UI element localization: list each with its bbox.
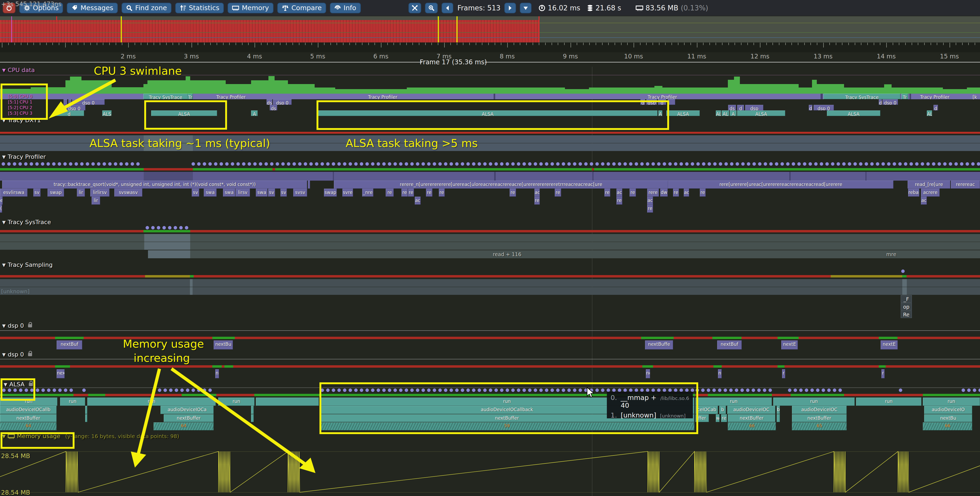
cpu3-thread-zone[interactable]: ALSA bbox=[827, 111, 880, 116]
alsa-run-row[interactable]: runrunrunrunrunrunrunrunrun bbox=[0, 398, 980, 406]
alsa-callback-zone[interactable] bbox=[251, 406, 254, 414]
cpu1-thread-zone[interactable]: ds bbox=[267, 99, 272, 105]
profiler-zone[interactable]: svswasv bbox=[114, 189, 142, 196]
profiler-zone[interactable]: lirsv bbox=[235, 189, 250, 196]
cpu0-lane[interactable]: Tracy SysTraceTrTracy SysTraceTrTracy Pr… bbox=[0, 93, 980, 99]
profiler-zone[interactable]: sv bbox=[280, 189, 287, 196]
profiler-zone-row[interactable]: esvlirswasvswaplirlirlirsvsvswasvsvswasw… bbox=[0, 189, 980, 196]
cpu2-thread-zone[interactable]: ds bbox=[270, 105, 277, 111]
profiler-zone[interactable]: re bbox=[408, 189, 414, 196]
alsa-nextbuffer-row[interactable]: nextBuffernextBuffernextBufferfferwrenex… bbox=[0, 414, 980, 422]
cpu3-thread-zone[interactable]: ALSA bbox=[737, 111, 785, 116]
dsp-zone[interactable]: nextBu bbox=[214, 341, 233, 350]
profiler-zone-row[interactable]: (re bbox=[0, 204, 980, 212]
cpu1-lane[interactable]: dsp 0dsdsp 0ddspdddsp 0 bbox=[0, 99, 980, 105]
cpu1-thread-zone[interactable]: dsp 0 bbox=[273, 99, 292, 105]
alsa-callback-zone[interactable]: audioDeviceIOC bbox=[727, 406, 775, 414]
alsa-leaf-zone[interactable]: 64 bbox=[0, 422, 57, 430]
cpu0-thread-zone[interactable]: Tr bbox=[188, 93, 193, 99]
sampling-row[interactable] bbox=[0, 287, 980, 295]
alsa-nextbuffer-zone[interactable]: nextBuffer bbox=[792, 414, 847, 422]
dsp-zone[interactable]: n bbox=[718, 369, 722, 378]
alsa-nextbuffer-zone[interactable] bbox=[251, 414, 254, 422]
dsp0-b-zone-row[interactable]: nexnnenrr bbox=[0, 369, 980, 378]
profiler-zone[interactable]: tracy::backtrace_qsort(void*, unsigned i… bbox=[2, 181, 307, 189]
cpu1-thread-zone[interactable] bbox=[668, 99, 675, 105]
cpu2-lane[interactable]: dsp 0dsdsddspddsp 0d bbox=[0, 105, 980, 111]
alsa-run-zone[interactable]: run bbox=[0, 398, 57, 406]
cpu3-thread-zone[interactable]: A bbox=[730, 111, 737, 116]
cpu1-thread-zone[interactable]: dsp 0 bbox=[883, 99, 898, 105]
profiler-zone[interactable]: re bbox=[426, 189, 433, 196]
alsa-nextbuffer-zone[interactable] bbox=[777, 414, 780, 422]
dsp-zone[interactable]: nextE bbox=[781, 341, 798, 350]
alsa-callback-zone[interactable]: audioDeviceIOCallb bbox=[0, 406, 57, 414]
profiler-zone[interactable]: ac bbox=[684, 189, 689, 196]
profiler-zone[interactable]: ( bbox=[0, 204, 2, 212]
sampling-stub-zone[interactable]: _F bbox=[900, 295, 912, 303]
profiler-zone[interactable]: rere[urerere[ureac[urererereacrereacreac… bbox=[668, 181, 894, 189]
profiler-zone-row[interactable]: tracy::backtrace_qsort(void*, unsigned i… bbox=[0, 181, 980, 189]
cpu3-thread-zone[interactable]: AL bbox=[722, 111, 729, 116]
profiler-zone[interactable]: re bbox=[439, 189, 445, 196]
alsa-nextbuffer-zone[interactable]: nextBuffer bbox=[728, 414, 775, 422]
alsa-run-zone[interactable]: run bbox=[923, 398, 980, 406]
profiler-zone-row[interactable]: eliracrereacac bbox=[0, 196, 980, 204]
profiler-zone[interactable]: dw bbox=[660, 189, 668, 196]
profiler-zone[interactable]: acrere bbox=[921, 189, 940, 196]
section-header-tracy-systrace[interactable]: ▼ Tracy SysTrace bbox=[2, 219, 51, 225]
cpu3-thread-zone[interactable]: ALSA bbox=[151, 111, 217, 116]
section-header-tracy-dxt1[interactable]: ▼ Tracy DXT1 bbox=[2, 117, 41, 124]
statistics-button[interactable]: Statistics bbox=[175, 3, 224, 13]
profiler-zone[interactable]: swa bbox=[256, 189, 268, 196]
cpu3-thread-zone[interactable]: A bbox=[659, 111, 662, 116]
profiler-zone[interactable]: swa bbox=[204, 189, 216, 196]
systrace-sample-row[interactable] bbox=[0, 234, 980, 242]
dsp-zone[interactable]: r bbox=[881, 369, 885, 378]
alsa-callback-zone[interactable] bbox=[85, 406, 88, 414]
compare-button[interactable]: Compare bbox=[277, 3, 326, 13]
profiler-zone[interactable]: re bbox=[535, 196, 540, 204]
cpu3-thread-zone[interactable]: ALSA bbox=[318, 111, 658, 116]
cpu0-thread-zone[interactable]: Tr bbox=[902, 93, 908, 99]
profiler-zone[interactable]: sv bbox=[192, 189, 199, 196]
cpu2-thread-zone[interactable]: dsp 0 bbox=[63, 105, 86, 111]
profiler-zone[interactable]: ac bbox=[647, 196, 653, 204]
dsp-zone[interactable]: nextBuf bbox=[57, 341, 82, 350]
cpu2-thread-zone[interactable]: dsp bbox=[745, 105, 764, 111]
dsp-zone[interactable]: nextE bbox=[881, 341, 898, 350]
profiler-zone[interactable]: re bbox=[510, 189, 516, 196]
profiler-zone[interactable]: re bbox=[700, 189, 706, 196]
profiler-zone[interactable]: ac bbox=[616, 189, 622, 196]
profiler-zone[interactable]: swap bbox=[324, 189, 337, 196]
section-header-tracy-profiler[interactable]: ▼ Tracy Profiler bbox=[2, 154, 46, 160]
alsa-leaf-zone[interactable]: 66 bbox=[728, 422, 776, 430]
messages-button[interactable]: Messages bbox=[67, 3, 118, 13]
cpu1-thread-zone[interactable]: d bbox=[658, 99, 666, 105]
cpu2-thread-zone[interactable]: d bbox=[809, 105, 813, 111]
profiler-zone[interactable]: rerereac bbox=[951, 181, 980, 189]
profiler-zone[interactable]: lirlirsv bbox=[90, 189, 110, 196]
cpu2-thread-zone[interactable]: ds bbox=[728, 105, 736, 111]
cpu3-thread-zone[interactable]: A bbox=[251, 111, 258, 116]
profiler-zone[interactable]: svre bbox=[342, 189, 353, 196]
prev-frame-button[interactable] bbox=[442, 3, 453, 13]
sampling-row[interactable] bbox=[0, 279, 980, 287]
cpu1-thread-zone[interactable]: d bbox=[641, 99, 645, 105]
profiler-zone[interactable]: sv bbox=[33, 189, 41, 196]
alsa-leaf-zone[interactable]: 65 bbox=[792, 422, 847, 430]
dsp-zone[interactable]: nextBuffe bbox=[645, 341, 673, 350]
systrace-sample-row[interactable] bbox=[0, 250, 980, 258]
section-header-dsp0-a[interactable]: ▼ dsp 0 bbox=[2, 322, 32, 329]
alsa-nextbuffer-zone[interactable]: re bbox=[721, 414, 727, 422]
goto-frame-button[interactable] bbox=[520, 3, 531, 13]
section-header-alsa[interactable]: ▼ ALSA bbox=[4, 381, 33, 388]
alsa-callback-zone[interactable]: audioDeviceIO bbox=[924, 406, 972, 414]
alsa-run-zone[interactable]: run bbox=[218, 398, 255, 406]
dsp-zone[interactable]: nextBuf bbox=[717, 341, 742, 350]
cpu2-thread-zone[interactable]: d bbox=[737, 105, 744, 111]
alsa-leaf-zone[interactable]: 66 bbox=[923, 422, 972, 430]
cpu1-thread-zone[interactable]: dsp bbox=[646, 99, 657, 105]
profiler-zone[interactable]: re bbox=[673, 189, 679, 196]
alsa-nextbuffer-zone[interactable]: nextBuffer bbox=[164, 414, 214, 422]
